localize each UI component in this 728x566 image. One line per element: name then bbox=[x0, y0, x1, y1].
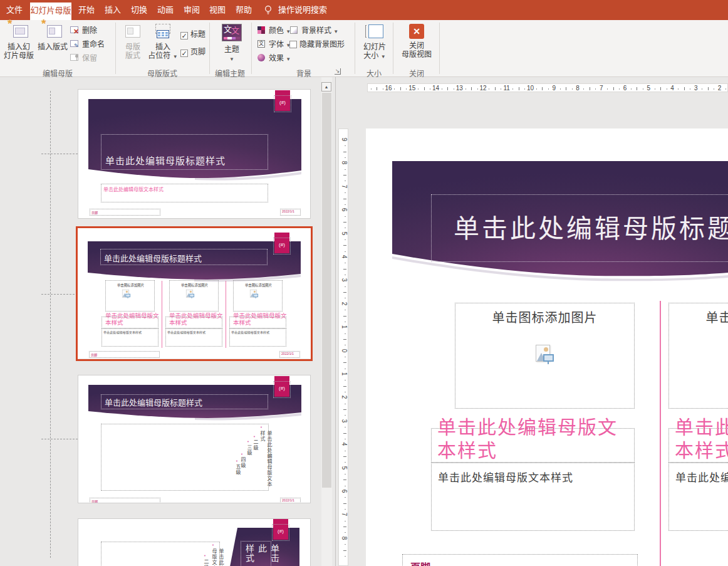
column-divider-line bbox=[162, 281, 162, 348]
picture-placeholder-label: 单击图标添加图片 bbox=[669, 303, 728, 326]
date-placeholder[interactable]: 2022/1/1 bbox=[280, 209, 301, 216]
search-hint[interactable]: 操作说明搜索 bbox=[278, 0, 327, 20]
ruler-mark-v-6: 3 bbox=[341, 276, 348, 284]
ruler-mark-4: 4 bbox=[668, 85, 677, 92]
picture-placeholder[interactable]: 单击图标添加图片 bbox=[455, 303, 635, 409]
picture-placeholder[interactable]: 单击图标添加图片 bbox=[668, 303, 728, 409]
insert-layout-icon: * bbox=[43, 24, 62, 40]
title-placeholder-text: 单击此处编辑母版标题样式 bbox=[454, 207, 728, 245]
close-master-view-button[interactable]: ✕ 关闭母版视图 bbox=[399, 23, 434, 59]
caption-placeholder[interactable] bbox=[229, 317, 286, 328]
picture-layout-thumbnail[interactable]: 单击此处编辑母版标题样式(#)单击图标添加图片单击此处编辑母版文本样式单击此处编… bbox=[78, 228, 311, 359]
caption-placeholder[interactable] bbox=[101, 317, 159, 328]
ruler-mark-v-12: 3 bbox=[341, 417, 348, 424]
vertical-title-text: 单击此 bbox=[255, 544, 280, 566]
group-label-close: 关闭 bbox=[397, 68, 436, 78]
master-layout-button[interactable]: 母版版式 bbox=[119, 23, 147, 60]
colors-button[interactable]: 颜色 ▼ bbox=[257, 25, 291, 36]
tab-menu-7[interactable]: 视图 bbox=[204, 0, 231, 20]
body-text-placeholder[interactable]: 单击此处编辑母版文本样式 bbox=[101, 184, 268, 202]
body-text: 单击此处编辑母版文本样式 bbox=[669, 463, 728, 485]
body-text-placeholder[interactable]: 单击此处编辑母版文本样式 bbox=[229, 328, 286, 347]
tab-menu-2[interactable]: 开始 bbox=[73, 0, 100, 20]
horizontal-ruler: 1615141312111098765432 bbox=[367, 83, 728, 92]
tab-menu-3[interactable]: 插入 bbox=[99, 0, 127, 20]
vertical-level-text: 三级 bbox=[246, 444, 252, 482]
vertical-body-text: 单击此处编辑母版文本样式 bbox=[211, 548, 224, 566]
hierarchy-branch bbox=[41, 294, 78, 295]
footer-placeholder[interactable]: 页脚 bbox=[90, 209, 160, 216]
date-text: 2022/1/1 bbox=[282, 210, 294, 213]
scrollbar-thumb[interactable] bbox=[322, 93, 331, 488]
effects-icon bbox=[257, 54, 267, 63]
effects-button[interactable]: 效果 ▼ bbox=[257, 53, 291, 64]
thumbnail-scrollbar[interactable]: ▲ bbox=[321, 77, 332, 566]
vertical-title-text: 样式 bbox=[242, 544, 255, 566]
insert-layout-button[interactable]: * 插入版式 bbox=[36, 23, 69, 51]
body-text-placeholder[interactable]: 单击此处编辑母版文本样式 bbox=[431, 463, 635, 531]
fonts-button[interactable]: 文 字体 ▼ bbox=[257, 39, 291, 50]
footer-placeholder[interactable]: 页脚 bbox=[89, 351, 160, 358]
body-text: 单击此处编辑母版文本样式 bbox=[103, 330, 142, 335]
fonts-icon: 文 bbox=[257, 40, 267, 49]
footer-placeholder[interactable]: 页脚 bbox=[402, 554, 638, 566]
insert-picture-icon[interactable] bbox=[536, 345, 554, 366]
vertical-level-text: 二级 bbox=[202, 559, 209, 566]
tab-menu-6[interactable]: 审阅 bbox=[178, 0, 205, 20]
footer-checkbox[interactable]: ✓页脚 bbox=[180, 46, 205, 58]
group-label-edit-master: 编辑母版 bbox=[13, 68, 103, 78]
rename-button[interactable]: ✎ 重命名 bbox=[70, 39, 105, 50]
slide-number-outline bbox=[273, 381, 291, 398]
bullet-icon: ▼ bbox=[236, 459, 238, 463]
tab-menu-4[interactable]: 切换 bbox=[125, 0, 153, 20]
background-styles-button[interactable]: 背景样式 ▼ bbox=[289, 25, 338, 36]
footer-placeholder[interactable]: 页脚 bbox=[90, 498, 160, 503]
picture-placeholder-label: 单击图标添加图片 bbox=[172, 282, 217, 287]
picture-placeholder[interactable]: 单击图标添加图片 bbox=[169, 280, 219, 312]
hide-background-checkbox-box bbox=[289, 41, 297, 48]
tab-menu-5[interactable]: 动画 bbox=[152, 0, 179, 20]
group-label-master-layout: 母版版式 bbox=[117, 68, 207, 78]
column-divider-line bbox=[660, 301, 661, 566]
hide-background-checkbox[interactable]: 隐藏背景图形 bbox=[289, 39, 345, 50]
scroll-up-button[interactable]: ▲ bbox=[321, 82, 331, 92]
title-placeholder-text: 单击此处编辑母版标题样式 bbox=[104, 252, 202, 264]
tab-file[interactable]: 文件 bbox=[1, 0, 28, 20]
title-checkbox[interactable]: ✓标题 bbox=[180, 29, 205, 40]
background-dialog-launcher[interactable]: ↘ bbox=[335, 68, 341, 75]
tab-menu-8[interactable]: 帮助 bbox=[230, 0, 257, 20]
tab-slide-master[interactable]: 幻灯片母版 bbox=[30, 3, 71, 20]
date-placeholder[interactable]: 2022/1/1 bbox=[279, 351, 300, 358]
ruler-mark-v-14: 5 bbox=[341, 464, 348, 471]
ruler-mark-v-10: 1 bbox=[341, 370, 348, 378]
caption-placeholder[interactable] bbox=[165, 317, 222, 328]
date-placeholder[interactable]: 2022/1/1 bbox=[280, 498, 301, 503]
picture-placeholder[interactable]: 单击图标添加图片 bbox=[233, 280, 283, 312]
picture-placeholder[interactable]: 单击图标添加图片 bbox=[105, 280, 155, 312]
close-master-view-icon: ✕ bbox=[409, 24, 424, 39]
body-text-placeholder[interactable]: 单击此处编辑母版文本样式 bbox=[668, 463, 728, 531]
ruler-mark-16: 16 bbox=[384, 85, 393, 92]
ruler-mark-6: 6 bbox=[621, 85, 630, 92]
slide-size-button[interactable]: 幻灯片大小 ▼ bbox=[360, 23, 389, 61]
title-placeholder-text: 单击此处编辑母版标题样式 bbox=[105, 396, 202, 408]
vertical-level-text: 五级 bbox=[234, 464, 241, 501]
vertical-title-layout-thumbnail[interactable]: ▼单击此处编辑母版文本样式▼二级单击此样式(#) bbox=[78, 518, 311, 566]
vertical-level-text: 二级 bbox=[252, 439, 259, 477]
delete-button[interactable]: ✕ 删除 bbox=[70, 25, 97, 36]
body-text-placeholder[interactable]: 单击此处编辑母版文本样式 bbox=[165, 328, 222, 347]
bullet-icon: ▼ bbox=[247, 440, 249, 443]
group-label-size: 大小 bbox=[355, 68, 393, 78]
chevron-down-icon: ▼ bbox=[381, 54, 386, 60]
insert-picture-icon bbox=[250, 290, 259, 299]
insert-placeholder-button[interactable]: 插入占位符 ▼ bbox=[148, 23, 178, 61]
slide-editing-canvas[interactable]: 单击此处编辑母版标题样式 单击图标添加图片 单击此处编辑母版文本样式 单击此处编… bbox=[366, 128, 728, 566]
slide-master-thumbnail[interactable]: 单击此处编辑母版标题样式(#)单击此处编辑母版文本样式页脚2022/1/1 bbox=[78, 89, 311, 219]
insert-slide-master-button[interactable]: * 插入幻灯片母版 bbox=[3, 23, 35, 60]
themes-button[interactable]: 文 文 主题▼ bbox=[216, 23, 248, 64]
preserve-button[interactable]: 保留 bbox=[70, 53, 97, 64]
ruler-mark-v-9: 0 bbox=[341, 347, 348, 354]
vertical-text-layout-thumbnail[interactable]: 单击此处编辑母版标题样式(#)▼单击此处编辑母版文本样式▼二级▼三级▼四级▼五级… bbox=[78, 375, 311, 503]
body-text-placeholder[interactable]: 单击此处编辑母版文本样式 bbox=[101, 328, 159, 347]
bullet-icon: ▼ bbox=[241, 453, 243, 456]
